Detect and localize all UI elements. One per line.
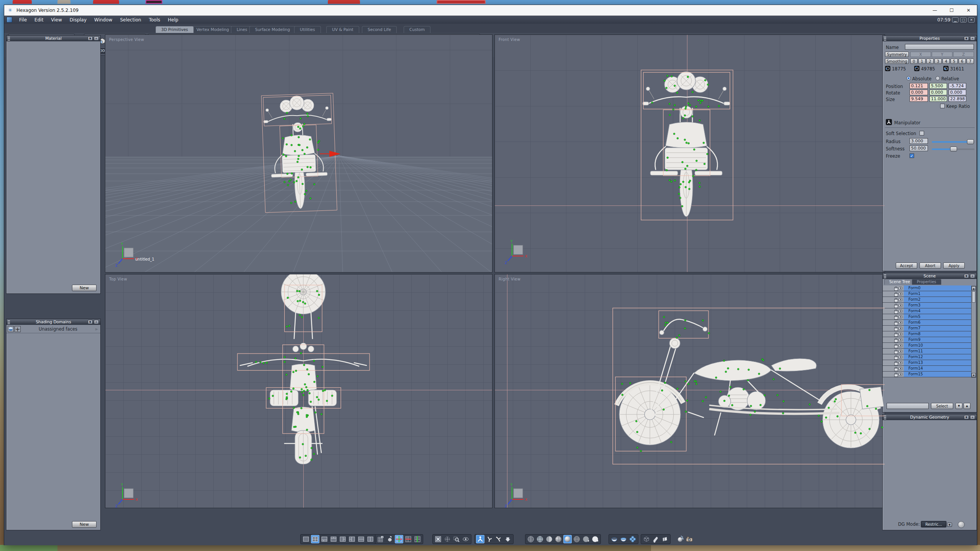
scene-tree-row[interactable]: Form14 — [883, 366, 971, 372]
viewport-front[interactable]: Front View — [494, 34, 885, 272]
material-new-button[interactable]: New — [72, 285, 97, 291]
dg-mode-arrow-icon[interactable]: ▼ — [947, 523, 952, 527]
motorcycle-model-side[interactable] — [495, 274, 885, 508]
add-domain-icon[interactable]: + — [15, 326, 21, 332]
scene-item-label[interactable]: Form14 — [904, 366, 971, 371]
panel-grip[interactable] — [8, 320, 10, 324]
scene-item-label[interactable]: Form10 — [904, 343, 971, 348]
double-plane-icon[interactable] — [661, 535, 669, 543]
lock-icon[interactable] — [894, 355, 898, 359]
layout-left-split-icon[interactable] — [348, 535, 356, 543]
abort-button[interactable]: Abort — [919, 262, 941, 269]
softness-slider-handle[interactable] — [950, 147, 957, 152]
shading-new-button[interactable]: New — [72, 521, 97, 528]
menu-tools[interactable]: Tools — [145, 17, 164, 23]
menu-help[interactable]: Help — [164, 17, 182, 23]
eye-icon[interactable] — [898, 310, 903, 313]
lock-icon[interactable] — [894, 304, 898, 307]
scene-item-label[interactable]: Form12 — [904, 354, 971, 360]
scene-item-label[interactable]: Form15 — [904, 372, 971, 377]
mdi-minimize-button[interactable]: ▁ — [952, 17, 959, 23]
dg-panel-header[interactable]: Dynamic Geometry ▼ ✕ — [883, 414, 977, 420]
grid-x-icon[interactable] — [404, 535, 412, 543]
softness-slider[interactable] — [932, 148, 975, 150]
soft-selection-checkbox[interactable] — [919, 131, 924, 135]
freeze-checkbox[interactable]: ✓ — [910, 153, 914, 158]
move-up-icon[interactable]: ▲ — [964, 403, 970, 409]
eye-icon[interactable] — [898, 338, 903, 341]
layout-main-bottom-icon[interactable] — [320, 535, 329, 543]
render-smooth-wire-icon[interactable] — [573, 535, 581, 543]
tab-3d-primitives[interactable]: 3D Primitives — [155, 26, 194, 33]
scene-item-label[interactable]: Form2 — [904, 297, 971, 302]
eye-icon[interactable] — [898, 321, 903, 324]
grid-xy-icon[interactable] — [395, 535, 403, 543]
eye-icon[interactable] — [898, 355, 903, 359]
look-at-icon[interactable] — [461, 535, 470, 543]
smoothing-2-button[interactable]: 2 — [926, 59, 934, 64]
tab-second-life[interactable]: Second Life — [362, 26, 397, 33]
drop-manipulator-icon[interactable] — [504, 535, 512, 543]
symmetry-x-button[interactable]: X — [910, 52, 931, 57]
viewport-top[interactable]: Top View — [105, 274, 492, 508]
lock-icon[interactable] — [894, 310, 898, 313]
render-wireframe-icon[interactable] — [527, 535, 535, 543]
snap-object-icon[interactable] — [386, 535, 394, 543]
tab-scene-properties[interactable]: Properties — [912, 279, 941, 285]
render-matte-icon[interactable] — [582, 535, 590, 543]
scene-tree-row[interactable]: Form15 — [883, 372, 971, 377]
panel-menu-icon[interactable]: ▼ — [964, 415, 969, 419]
scene-scrollbar[interactable]: ▲ ▼ — [971, 286, 976, 378]
render-smooth-icon[interactable] — [563, 535, 572, 543]
dg-sphere-button[interactable] — [958, 521, 965, 528]
expand-arrow-icon[interactable]: ▶ — [95, 327, 98, 331]
lock-icon[interactable] — [894, 350, 898, 353]
lock-icon[interactable] — [894, 367, 898, 370]
softness-input[interactable] — [910, 145, 928, 151]
scene-item-label[interactable]: Form8 — [904, 331, 971, 337]
eye-icon[interactable] — [898, 304, 903, 307]
menu-window[interactable]: Window — [90, 17, 116, 23]
shading-domain-row[interactable]: + Unassigned faces ▶ — [7, 325, 100, 333]
size-y-input[interactable] — [929, 96, 947, 102]
rotate-y-input[interactable] — [929, 90, 947, 95]
panel-close-icon[interactable]: ✕ — [970, 274, 975, 278]
minimize-button[interactable]: — — [926, 5, 943, 15]
material-panel-header[interactable]: Material ▼ ✕ — [7, 36, 100, 41]
absolute-radio[interactable] — [906, 76, 911, 80]
camera-icon[interactable] — [686, 535, 694, 543]
pipe-segment-icon[interactable] — [651, 535, 660, 543]
scene-item-label[interactable]: Form5 — [904, 314, 971, 320]
eye-icon[interactable] — [898, 327, 903, 330]
domain-sphere-icon[interactable] — [8, 326, 14, 332]
eye-icon[interactable] — [898, 298, 903, 301]
grid-y-icon[interactable] — [413, 535, 422, 543]
size-z-input[interactable] — [949, 96, 966, 102]
render-flat-wire-icon[interactable] — [554, 535, 563, 543]
freeze-label[interactable]: Freeze — [886, 153, 900, 159]
eye-icon[interactable] — [898, 373, 903, 376]
panel-grip[interactable] — [8, 36, 10, 41]
layout-single-icon[interactable] — [302, 535, 310, 543]
scroll-down-icon[interactable]: ▼ — [972, 373, 976, 377]
tab-custom[interactable]: Custom — [404, 26, 430, 33]
menu-file[interactable]: File — [15, 17, 31, 23]
scene-item-label[interactable]: Form4 — [904, 308, 971, 314]
motorcycle-model-top[interactable] — [105, 274, 492, 508]
radius-slider[interactable] — [932, 141, 975, 143]
keep-ratio-checkbox[interactable] — [940, 104, 945, 108]
symmetry-z-button[interactable]: Z — [953, 52, 974, 57]
lock-icon[interactable] — [894, 338, 898, 342]
scene-item-label[interactable]: Form7 — [904, 326, 971, 331]
lock-icon[interactable] — [894, 373, 898, 376]
mdi-restore-button[interactable]: ▢ — [960, 17, 967, 23]
render-bright-icon[interactable] — [591, 535, 599, 543]
lock-icon[interactable] — [894, 321, 898, 324]
position-z-input[interactable] — [949, 83, 966, 89]
scene-item-label[interactable]: Form9 — [904, 337, 971, 342]
scene-tree-row[interactable]: Form8 — [883, 331, 971, 337]
shading-panel-header[interactable]: Shading Domains ▼ ✕ — [7, 319, 100, 325]
name-input[interactable] — [905, 44, 974, 50]
lock-icon[interactable] — [894, 327, 898, 330]
render-flat-icon[interactable] — [545, 535, 553, 543]
